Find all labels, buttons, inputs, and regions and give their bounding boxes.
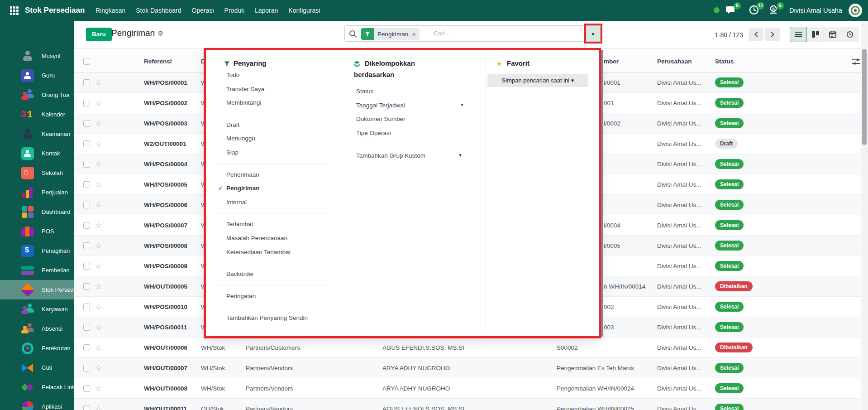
groupby-item-dokumen-sumber[interactable]: Dokumen Sumber (356, 115, 405, 124)
window-scrollbar-thumb[interactable] (862, 49, 867, 145)
filter-item-membintangi[interactable]: Membintangi (226, 98, 261, 107)
row-star-icon[interactable]: ☆ (95, 236, 102, 256)
sidebar-item-pelacak-link[interactable]: Pelacak Link (0, 377, 74, 397)
row-checkbox[interactable] (83, 140, 90, 147)
apps-grid-icon[interactable] (10, 6, 19, 15)
navbar-menu-stok-dashboard[interactable]: Stok Dashboard (136, 7, 181, 14)
groupby-item-status[interactable]: Status (356, 87, 373, 96)
row-star-icon[interactable]: ☆ (95, 134, 102, 154)
clock-icon[interactable]: 17 (749, 5, 760, 16)
sidebar-item-keamanan[interactable]: Keamanan (0, 124, 74, 144)
select-all-checkbox[interactable] (83, 58, 90, 65)
kanban-view-button[interactable] (807, 27, 824, 42)
row-checkbox[interactable] (83, 202, 90, 208)
filter-item-penerimaan[interactable]: Penerimaan (226, 170, 259, 179)
table-row[interactable]: ☆WH/OUT/00007WH/StokPartners/VendorsARYA… (74, 358, 861, 378)
payment-icon[interactable]: $ 5 (768, 5, 780, 16)
navbar-menu-operasi[interactable]: Operasi (192, 7, 214, 14)
row-checkbox[interactable] (83, 161, 90, 168)
sidebar-item-dashboard[interactable]: Dashboard (0, 202, 74, 222)
row-star-icon[interactable]: ☆ (95, 174, 102, 195)
row-star-icon[interactable]: ☆ (95, 113, 102, 134)
filter-item-terlambat[interactable]: Terlambat (226, 220, 253, 229)
row-star-icon[interactable]: ☆ (95, 195, 102, 215)
search-facet[interactable]: Pengiriman × (361, 28, 420, 40)
column-header-dokumen-sumber[interactable]: mber (604, 51, 619, 72)
column-header-referensi[interactable]: Referensi (144, 51, 172, 72)
column-header-status[interactable]: Status (715, 51, 734, 72)
navbar-menu-laporan[interactable]: Laporan (255, 7, 278, 14)
row-star-icon[interactable]: ☆ (95, 256, 102, 276)
table-row[interactable]: ☆WH/OUT/00008WH/StokPartners/VendorsARYA… (74, 378, 861, 399)
user-avatar[interactable] (849, 4, 862, 17)
pager-previous-button[interactable] (749, 28, 763, 41)
sidebar-item-pos[interactable]: POS (0, 222, 74, 241)
row-star-icon[interactable]: ☆ (95, 358, 102, 378)
sidebar-item-cuti[interactable]: Cuti (0, 358, 74, 377)
sidebar-item-penjualan[interactable]: Penjualan (0, 183, 74, 202)
row-checkbox[interactable] (83, 324, 90, 331)
sidebar-item-perekrutan[interactable]: Perekrutan (0, 338, 74, 358)
chevron-down-icon[interactable]: ▼ (460, 102, 464, 107)
search-options-toggle[interactable]: ▲ (586, 25, 601, 42)
sidebar-item-penagihan[interactable]: $Penagihan (0, 241, 74, 260)
search-bar[interactable]: Pengiriman × Cari ... (344, 25, 585, 42)
filter-item-internal[interactable]: Internal (226, 198, 247, 207)
row-checkbox[interactable] (83, 304, 90, 310)
sidebar-item-stok-persediaan[interactable]: Stok Persediaan (0, 280, 74, 299)
column-header-perusahaan[interactable]: Perusahaan (657, 51, 692, 72)
save-current-search-button[interactable]: Simpan pencarian saat ini ▾ (487, 74, 588, 87)
row-star-icon[interactable]: ☆ (95, 378, 102, 399)
remove-facet-icon[interactable]: × (412, 30, 420, 38)
sidebar-item-sekolah[interactable]: ⌂Sekolah (0, 163, 74, 183)
new-button[interactable]: Baru (86, 28, 112, 41)
row-star-icon[interactable]: ☆ (95, 317, 102, 338)
column-header-dari[interactable]: D (201, 51, 205, 72)
row-checkbox[interactable] (83, 100, 90, 106)
sidebar-item-absensi[interactable]: Absensi (0, 319, 74, 338)
sidebar-item-kontak[interactable]: Kontak (0, 144, 74, 163)
filter-item-tambahkan-penyaring-sendiri[interactable]: Tambahkan Penyaring Sendiri (226, 314, 308, 323)
gear-icon[interactable]: ⚙ (157, 29, 163, 37)
sidebar-item-kalender[interactable]: 31Kalender (0, 105, 74, 124)
row-star-icon[interactable]: ☆ (95, 399, 102, 410)
sidebar-item-pembelian[interactable]: Pembelian (0, 260, 74, 280)
filter-item-pengiriman[interactable]: Pengiriman✓ (226, 184, 260, 193)
list-view-button[interactable] (790, 27, 807, 42)
chat-bubble-icon[interactable]: 6 (725, 5, 737, 16)
navbar-menu-konfigurasi[interactable]: Konfigurasi (288, 7, 320, 14)
chevron-down-icon[interactable]: ▼ (458, 153, 463, 158)
row-checkbox[interactable] (83, 79, 90, 86)
filter-item-masalah-perencanaan[interactable]: Masalah Perencanaan (226, 234, 287, 243)
sidebar-item-musyrif[interactable]: Musyrif (0, 46, 74, 66)
row-checkbox[interactable] (83, 344, 90, 351)
filter-item-peringatan[interactable]: Peringatan (226, 292, 256, 301)
filter-item-todo[interactable]: Todo (226, 71, 239, 80)
row-checkbox[interactable] (83, 283, 90, 290)
adjust-columns-icon[interactable] (852, 58, 861, 66)
row-checkbox[interactable] (83, 405, 90, 410)
company-switcher[interactable]: Divisi Amal Usaha (789, 0, 842, 21)
app-brand[interactable]: Stok Persediaan (25, 0, 85, 21)
navbar-menu-produk[interactable]: Produk (224, 7, 244, 14)
sidebar-item-karyawan[interactable]: Karyawan (0, 299, 74, 319)
row-checkbox[interactable] (83, 222, 90, 229)
calendar-view-button[interactable] (824, 27, 841, 42)
sidebar-item-orang-tua[interactable]: Orang Tua (0, 85, 74, 105)
table-row[interactable]: ☆WH/OUT/00011GU/StokPartners/VendorsAGUS… (74, 399, 861, 410)
activity-view-button[interactable] (841, 27, 858, 42)
sidebar-item-aplikasi[interactable]: Aplikasi (0, 397, 74, 410)
window-scrollbar[interactable] (861, 21, 868, 410)
row-star-icon[interactable]: ☆ (95, 215, 102, 236)
groupby-item-tipe-operasi[interactable]: Tipe Operasi (356, 129, 391, 138)
groupby-item-tanggal-terjadwal[interactable]: Tanggal Terjadwal (356, 101, 405, 110)
row-checkbox[interactable] (83, 181, 90, 188)
sidebar-item-guru[interactable]: Guru (0, 66, 74, 85)
table-row[interactable]: ☆WH/OUT/00006WH/StokPartners/CustomersAG… (74, 338, 861, 358)
row-star-icon[interactable]: ☆ (95, 72, 102, 93)
search-input[interactable]: Cari ... (434, 26, 452, 41)
navbar-menu-ringkasan[interactable]: Ringkasan (95, 7, 125, 14)
row-checkbox[interactable] (83, 365, 90, 371)
pager-next-button[interactable] (765, 28, 780, 41)
row-star-icon[interactable]: ☆ (95, 276, 102, 297)
